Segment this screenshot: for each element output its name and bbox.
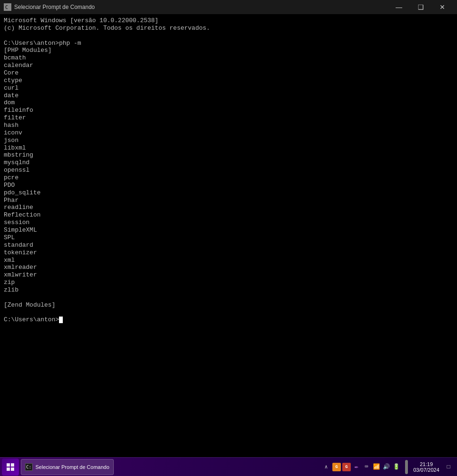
clock-time: 21:19	[420, 461, 433, 467]
titlebar: C Selecionar Prompt de Comando — ❑ ✕	[0, 0, 457, 14]
taskbar-left: C: Selecionar Prompt de Comando	[2, 459, 114, 476]
terminal-window[interactable]: Microsoft Windows [versão 10.0.22000.253…	[0, 14, 457, 457]
titlebar-controls: — ❑ ✕	[388, 0, 453, 14]
systray-icon-2[interactable]: G	[342, 463, 351, 471]
systray-icon-1[interactable]: G	[332, 463, 341, 471]
titlebar-left: C Selecionar Prompt de Comando	[4, 3, 95, 11]
keyboard-icon[interactable]: ⌨	[362, 463, 371, 471]
pen-icon[interactable]: ✒	[352, 463, 361, 471]
clock-date: 03/07/2024	[413, 467, 439, 473]
close-button[interactable]: ✕	[432, 0, 453, 14]
svg-rect-5	[11, 468, 14, 471]
svg-rect-4	[7, 468, 10, 471]
notification-icon[interactable]: □	[444, 462, 453, 472]
svg-text:C: C	[5, 5, 8, 10]
svg-rect-2	[7, 463, 10, 467]
wifi-icon[interactable]: 📶	[372, 463, 381, 471]
maximize-button[interactable]: ❑	[410, 0, 432, 14]
cmd-icon: C:	[25, 463, 33, 471]
taskbar-app-label: Selecionar Prompt de Comando	[35, 464, 110, 470]
taskbar-scroll	[405, 460, 408, 474]
minimize-button[interactable]: —	[388, 0, 410, 14]
taskbar-app-cmd[interactable]: C: Selecionar Prompt de Comando	[21, 459, 114, 475]
clock[interactable]: 21:19 03/07/2024	[410, 461, 443, 473]
start-button[interactable]	[2, 459, 19, 476]
terminal-cursor	[59, 317, 63, 323]
taskbar: C: Selecionar Prompt de Comando ∧ G G ✒ …	[0, 457, 457, 476]
terminal-icon: C	[4, 3, 11, 11]
volume-icon[interactable]: 🔊	[382, 463, 390, 471]
svg-rect-3	[11, 463, 14, 467]
taskbar-right: ∧ G G ✒ ⌨ 📶 🔊 🔋 21:19 03	[323, 460, 455, 474]
battery-icon[interactable]: 🔋	[392, 463, 400, 471]
terminal-output: Microsoft Windows [versão 10.0.22000.253…	[4, 17, 453, 324]
window-title: Selecionar Prompt de Comando	[14, 4, 95, 10]
systray: G G ✒ ⌨ 📶 🔊 🔋	[330, 463, 403, 471]
show-hidden-icons[interactable]: ∧	[323, 464, 329, 470]
